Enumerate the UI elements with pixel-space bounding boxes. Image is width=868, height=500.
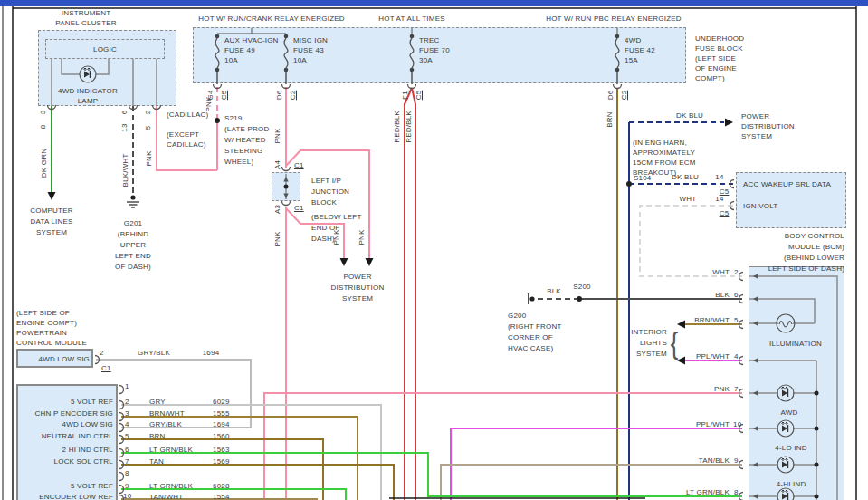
label-pcm2-r2: CHN P ENCODER SIG: [35, 410, 113, 418]
label-pcm2-c7: LT GRN/BLK: [149, 483, 193, 490]
label-pcm-2: ENGINE COMPT): [16, 320, 77, 327]
label-pds-mid-3: SYSTEM: [342, 295, 373, 303]
label-ufb-l5: COMPT): [695, 75, 725, 82]
ground-g201-dot: [130, 195, 135, 199]
led-4lo-ind-triangle: [782, 426, 787, 432]
led-awd-icon: [777, 385, 794, 401]
label-pcm2-p2: 2: [125, 399, 129, 406]
label-fuse4-l3: 15A: [625, 57, 638, 64]
label-fuse4-l1: 4WD: [625, 37, 641, 44]
led-4wd-indicator-lamp-emission-arrow: [84, 68, 87, 71]
label-pds-tr-3: SYSTEM: [741, 133, 772, 140]
fuse-4wd-terminal: [615, 34, 620, 39]
switch-pin6-int: [749, 299, 815, 323]
label-s219-2: (LATE PROD: [224, 126, 269, 133]
label-pin-d6-2: D6: [607, 91, 615, 101]
label-pcm2-p8: 8: [125, 470, 129, 477]
label-sw-8: 8: [734, 489, 739, 496]
splice-s104: [626, 181, 632, 187]
label-pcm2-c3: GRY/BLK: [149, 421, 182, 428]
label-pcm-4wdlowsig: 4WD LOW SIG: [39, 356, 90, 363]
led-bus-dot-pin8: [815, 495, 819, 499]
label-ufb-l2: FUSE BLOCK: [695, 45, 743, 53]
label-bcm-acc-wakeup: ACC WAKEUP SRL DATA: [743, 181, 831, 188]
label-sw-pplwht4: PPL/WHT: [696, 353, 730, 361]
label-g201-3: UPPER: [120, 242, 147, 249]
label-feed-pbc: HOT W/ RUN PBC RELAY ENERGIZED: [546, 15, 682, 23]
label-fuse3-l1: TREC: [419, 37, 440, 44]
label-jb-4: (BELOW LEFT: [311, 214, 362, 221]
fuse-misc-ign-element: [284, 38, 288, 68]
label-cadillac-2: (EXCEPT: [167, 131, 199, 139]
ipc-led-left: [62, 59, 80, 74]
label-sw-9: 9: [734, 457, 739, 465]
fuse-trec-terminal: [410, 68, 415, 72]
label-pin-c5-2: C5: [415, 91, 423, 101]
label-logic-label: LOGIC: [93, 46, 117, 53]
wire-red-blk-left: [405, 88, 412, 500]
label-pds-mid-1: POWER: [343, 274, 371, 281]
switch-loop-pin2: [749, 276, 837, 500]
label-pcm2-r3: 4WD LOW SIG: [62, 421, 113, 428]
switch-entry-arrow-8: [753, 494, 758, 498]
label-ufb-l4: OF ENGINE: [695, 65, 737, 72]
label-bcm-pin14-bottom: 14: [715, 196, 723, 203]
led-4hi-ind-emission-arrow: [782, 458, 785, 461]
label-ipc-pin-6: 6: [121, 111, 129, 115]
switch-entry-arrow-5: [753, 321, 758, 325]
label-ils-1: INTERIOR: [631, 329, 667, 336]
label-s219-3: W/ HEATED: [224, 137, 266, 144]
splice-s219: [215, 118, 220, 123]
label-pcm2-r7: 5 VOLT REF: [71, 483, 113, 490]
label-pcm1-c1: C1: [101, 365, 111, 372]
label-sw-pplwht10: PPL/WHT: [696, 421, 730, 428]
label-pcm2-p9: 9: [125, 483, 129, 490]
label-jb-2: JUNCTION: [311, 188, 349, 196]
label-pcm2-n8: 1554: [213, 494, 230, 500]
led-4lo-ind-emission-arrow: [782, 422, 785, 425]
arrow-computer-data-lines: [48, 192, 56, 200]
label-jb-1: LEFT I/P: [311, 178, 341, 185]
label-bcm-name-1: BODY CONTROL: [785, 233, 844, 240]
label-cadillac-3: CADILLAC): [167, 141, 206, 149]
led-pin8-icon: [777, 488, 794, 500]
label-pds-mid-2: DISTRIBUTION: [331, 284, 385, 292]
switch-entry-arrow-7: [753, 390, 758, 395]
label-s104-5: S104: [634, 175, 651, 182]
jb-arrow-top: [283, 177, 288, 181]
conn-pcm2-1: [119, 386, 124, 394]
label-pcm1-1694: 1694: [203, 350, 220, 357]
ground-g200-dot: [529, 296, 534, 301]
label-sw-tanblk: TAN/BLK: [699, 457, 730, 465]
label-pcm2-c1: GRY: [149, 399, 166, 406]
led-bus-dot-4lo: [815, 427, 819, 431]
label-sw-6: 6: [734, 292, 739, 299]
label-ipc-title-2: PANEL CLUSTER: [55, 20, 117, 27]
led-pin8-triangle: [782, 494, 787, 500]
label-bcm-pin14-top: 14: [715, 174, 723, 181]
label-pcm2-p5: 5: [125, 433, 129, 440]
label-pcm2-n2: 1555: [213, 410, 230, 418]
fuse-aux-hvac-ign-terminal: [215, 34, 220, 39]
label-pcm2-r4: NEUTRAL IND CTRL: [42, 433, 113, 440]
label-fuse1-l3: 10A: [224, 57, 238, 64]
label-s219-1: S219: [224, 115, 242, 122]
label-pcm2-c8: TAN/WHT: [149, 494, 183, 500]
label-pin-c2-1: C2: [290, 91, 297, 101]
label-pcm2-r8: ENCODER LOW REF: [39, 494, 113, 500]
label-wirelbl-dkgrn: DK GRN: [41, 149, 48, 178]
label-pcm2-p6: 6: [125, 447, 129, 454]
wire-red-blk-right: [412, 88, 415, 500]
label-pin-d6-1: D6: [276, 91, 283, 101]
label-s104-2: APPROXIMATELY: [633, 149, 695, 157]
label-pcm2-r6: LOCK SOL CTRL: [54, 458, 113, 466]
label-ufb-l3: (LEFT SIDE: [695, 55, 736, 62]
arrow-ils-brnwht: [677, 321, 685, 329]
label-pcm2-n5: 1563: [213, 447, 230, 454]
label-feed-alltimes: HOT AT ALL TIMES: [378, 15, 444, 23]
splice-s200: [577, 296, 582, 302]
label-g201-2: (BEHIND: [118, 231, 148, 238]
label-g200-3: CORNER OF: [508, 334, 553, 341]
label-fuse4-l2: FUSE 42: [625, 47, 655, 54]
led-awd-emission-arrow: [786, 387, 788, 389]
